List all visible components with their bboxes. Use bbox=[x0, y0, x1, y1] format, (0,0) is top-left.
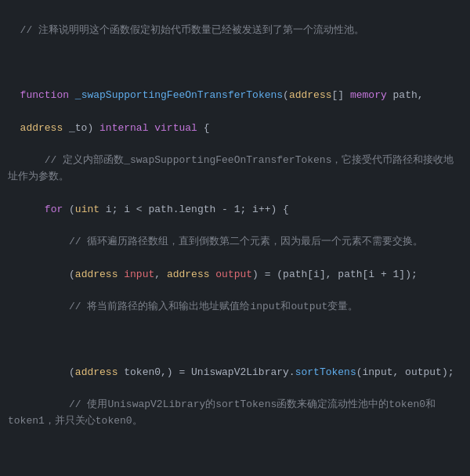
line-6: for (uint i; i < path.length - 1; i++) { bbox=[20, 204, 289, 215]
code-block: // 注释说明明这个函数假定初始代币数量已经被发送到了第一个流动性池。 func… bbox=[0, 0, 470, 476]
line-9: // 将当前路径的输入和输出地址赋值给input和output变量。 bbox=[20, 301, 359, 312]
line-8: (address input, address output) = (path[… bbox=[20, 269, 418, 280]
line-11: (address token0,) = UniswapV2Library.sor… bbox=[20, 366, 454, 378]
line-12: // 使用UniswapV2Library的sortTokens函数来确定流动性… bbox=[8, 398, 436, 427]
line-1: // 注释说明明这个函数假定初始代币数量已经被发送到了第一个流动性池。 bbox=[20, 24, 364, 36]
line-4: address _to) internal virtual { bbox=[20, 122, 210, 134]
line-7: // 循环遍历路径数组，直到倒数第二个元素，因为最后一个元素不需要交换。 bbox=[20, 236, 424, 247]
line-3: function _swapSupportingFeeOnTransferTok… bbox=[20, 89, 424, 101]
line-5: // 定义内部函数_swapSupportingFeeOnTransferTok… bbox=[8, 154, 454, 182]
